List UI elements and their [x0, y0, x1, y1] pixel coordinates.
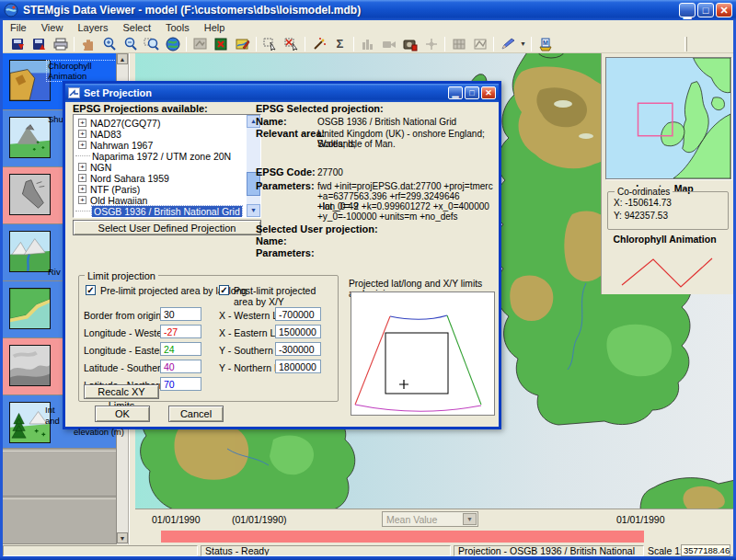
epsg-projection-tree[interactable]: +NAD27(CGQ77) +NAD83 +Nahrwan 1967 Napar…	[73, 114, 261, 218]
expand-plus-icon[interactable]: +	[78, 119, 86, 127]
zoom-window-icon[interactable]	[141, 35, 162, 52]
lon-west-input[interactable]: -27	[160, 325, 201, 338]
snapshot-icon[interactable]	[399, 35, 420, 52]
overlay-m-icon[interactable]: M	[535, 35, 556, 52]
projection-preview	[351, 291, 495, 416]
draw-pencil-icon[interactable]	[497, 35, 518, 52]
toolbar-grip[interactable]	[684, 37, 687, 51]
dialog-minimize-button[interactable]: ▁	[448, 86, 463, 99]
title-bar: STEMgis Data Viewer - model (F:\customer…	[0, 0, 736, 20]
x-west-input[interactable]: -700000	[275, 307, 321, 321]
parameters-line: +y_0=-100000 +units=m +no_defs	[317, 211, 458, 222]
scale-label: Scale 1:	[648, 545, 683, 556]
remove-layer-icon[interactable]	[211, 35, 232, 52]
cancel-button[interactable]: Cancel	[168, 406, 224, 422]
toolbar-separator	[353, 37, 354, 51]
menu-select[interactable]: Select	[115, 21, 158, 34]
scroll-up-arrow[interactable]: ▲	[117, 53, 128, 64]
status-panel-empty	[3, 545, 198, 556]
toolbar-separator	[186, 37, 187, 51]
print-icon[interactable]	[50, 35, 71, 52]
menu-tools[interactable]: Tools	[158, 21, 197, 34]
layer-thumbnail	[9, 231, 51, 272]
tree-item-selected[interactable]: OSGB 1936 / British National Grid	[75, 205, 245, 217]
lon-east-input[interactable]: 24	[160, 342, 201, 356]
expand-plus-icon[interactable]: +	[78, 163, 86, 171]
y-coordinate: Y: 942357.53	[614, 211, 668, 221]
scroll-down-arrow[interactable]: ▼	[117, 532, 128, 543]
tree-scroll-down-arrow[interactable]: ▼	[247, 204, 260, 217]
menu-view[interactable]: View	[34, 21, 71, 34]
deselect-features-icon[interactable]	[281, 35, 302, 52]
expand-plus-icon[interactable]: +	[78, 196, 86, 204]
selected-projection-heading: EPSG Selected projection:	[256, 103, 384, 114]
dialog-title-bar[interactable]: Set Projection ▁ □ ✕	[65, 84, 499, 102]
expand-plus-icon[interactable]: +	[78, 185, 86, 193]
y-south-input[interactable]: -300000	[275, 342, 321, 356]
post-limit-checkbox[interactable]: ✓	[219, 285, 229, 295]
statistics-sigma-icon[interactable]: Σ	[329, 35, 351, 52]
expand-plus-icon[interactable]: +	[78, 130, 86, 138]
select-user-projection-button[interactable]: Select User Defined Projection	[73, 220, 261, 235]
layer-thumbnail	[9, 117, 51, 158]
combo-value: Mean Value	[386, 514, 437, 525]
available-projections-label: EPSG Projections available:	[73, 103, 208, 114]
status-panel-ready: Status - Ready	[201, 545, 451, 556]
layer-label: Int	[45, 405, 55, 415]
select-features-icon[interactable]	[259, 35, 281, 52]
x-east-input[interactable]: 1500000	[275, 325, 321, 338]
save-database-icon[interactable]	[29, 35, 50, 52]
lat-north-input[interactable]: 70	[160, 377, 201, 391]
border-origin-input[interactable]: 30	[160, 307, 201, 321]
dialog-close-button[interactable]: ✕	[481, 86, 496, 99]
lat-south-input[interactable]: 40	[160, 360, 201, 373]
draw-dropdown-arrow[interactable]: ▼	[518, 35, 528, 52]
ok-button[interactable]: OK	[95, 406, 150, 422]
expand-plus-icon[interactable]: +	[78, 174, 86, 182]
open-database-icon[interactable]	[7, 35, 29, 52]
grid-fill-icon[interactable]	[448, 35, 469, 52]
grid-outline-icon[interactable]	[469, 35, 490, 52]
pre-limit-checkbox[interactable]: ✓	[86, 285, 96, 295]
menu-help[interactable]: Help	[197, 21, 233, 34]
dialog-icon	[68, 87, 80, 98]
menu-layers[interactable]: Layers	[70, 21, 115, 34]
zoom-in-icon[interactable]	[98, 35, 120, 52]
scale-input[interactable]: 3577188.46	[681, 544, 730, 556]
chart-icon[interactable]	[357, 35, 378, 52]
timeline-progress-bar[interactable]	[161, 531, 644, 543]
x-coordinate: X: -150614.73	[614, 198, 672, 208]
toolbar-separator	[531, 37, 532, 51]
y-north-input[interactable]: 1800000	[275, 360, 321, 373]
recalc-xy-button[interactable]: Recalc XY Limits	[84, 384, 159, 399]
timeline-bar: 01/01/1990 (01/01/1990) Mean Value ▼ 01/…	[135, 509, 733, 544]
layer-label-elevation: elevation (m)	[74, 427, 124, 437]
edit-layer-icon[interactable]	[232, 35, 253, 52]
digitize-crosshair-icon[interactable]	[420, 35, 442, 52]
epsg-code-value: 27700	[317, 167, 343, 177]
zoom-out-icon[interactable]	[120, 35, 141, 52]
layer-thumbnail	[9, 288, 51, 329]
query-wand-icon[interactable]	[308, 35, 329, 52]
app-icon	[4, 3, 18, 17]
zoom-extent-globe-icon[interactable]	[162, 35, 183, 52]
window-title: STEMgis Data Viewer - model (F:\customer…	[23, 4, 677, 17]
animation-camera-icon[interactable]	[378, 35, 399, 52]
dialog-title: Set Projection	[84, 87, 446, 98]
dialog-maximize-button[interactable]: □	[465, 86, 479, 99]
menu-file[interactable]: File	[3, 21, 34, 34]
combo-dropdown-arrow[interactable]: ▼	[463, 513, 477, 525]
maximize-button[interactable]: □	[697, 3, 714, 17]
map-view-icon[interactable]	[190, 35, 211, 52]
toolbar: Σ ▼ M	[3, 35, 733, 53]
window-bottom-border	[0, 556, 736, 560]
toolbar-separator	[493, 37, 494, 51]
pan-hand-icon[interactable]	[77, 35, 98, 52]
minimize-button[interactable]: ▁	[679, 3, 696, 17]
close-button[interactable]: ✕	[716, 3, 732, 17]
timeline-end-date: 01/01/1990	[616, 514, 665, 525]
expand-plus-icon[interactable]: +	[78, 141, 86, 149]
locator-map[interactable]	[605, 57, 731, 179]
mean-value-combobox[interactable]: Mean Value ▼	[382, 511, 478, 527]
timeline-current-date: (01/01/1990)	[232, 514, 287, 525]
